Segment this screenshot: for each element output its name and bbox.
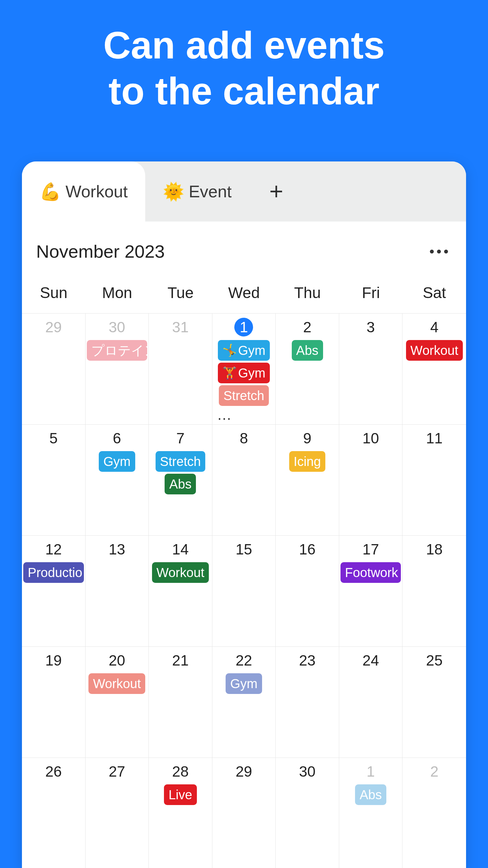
flex-icon: 💪 [39,182,61,202]
weekday-label: Fri [339,284,403,302]
day-number: 28 [150,761,211,782]
event-chip-label: Workout [157,566,204,579]
day-number: 14 [150,539,211,560]
event-chip[interactable]: Abs [165,474,196,494]
month-header: November 2023 [22,221,466,272]
hero-headline: Can add events to the calendar [0,0,488,114]
day-number: 16 [277,539,337,560]
calendar-cell[interactable]: 29 [22,313,86,424]
day-number: 4 [404,317,465,337]
calendar-cell[interactable]: 27 [86,757,149,868]
tab-event[interactable]: 🌞 Event [145,161,249,221]
tab-workout[interactable]: 💪 Workout [22,161,145,221]
calendar-cell[interactable]: 19 [22,647,86,757]
calendar-cell[interactable]: 29 [213,757,276,868]
day-number: 15 [214,539,274,560]
calendar-cell[interactable]: 7StretchAbs [149,424,213,535]
calendar-grid: 2930プロテイン311🤸Gym🏋️GymStretch…2Abs34Worko… [22,313,466,868]
more-menu-button[interactable] [430,250,452,253]
calendar-cell[interactable]: 2Abs [275,313,339,424]
event-chip[interactable]: Workout [406,340,463,361]
calendar-cell[interactable]: 5 [22,424,86,535]
calendar-cell[interactable]: 20Workout [86,647,149,757]
event-chip[interactable]: Productio [23,562,84,583]
calendar-cell[interactable]: 14Workout [149,535,213,647]
weekday-row: SunMonTueWedThuFriSat [22,272,466,313]
hero-line-2: to the calendar [0,68,488,114]
event-chip[interactable]: Gym [226,673,262,694]
event-chip-list: StretchAbs [150,451,211,494]
add-tab-button[interactable] [249,161,303,221]
calendar-cell[interactable]: 8 [213,424,276,535]
event-chip[interactable]: Workout [152,562,209,583]
calendar-cell[interactable]: 26 [22,757,86,868]
day-number: 9 [277,428,337,448]
calendar-cell[interactable]: 12Productio [22,535,86,647]
day-number: 27 [87,761,148,782]
tab-workout-label: Workout [66,182,128,201]
event-chip[interactable]: Gym [99,451,135,472]
calendar-cell[interactable]: 30 [275,757,339,868]
day-number: 24 [340,650,401,671]
event-chip[interactable]: Stretch [156,451,205,472]
calendar-cell[interactable]: 18 [402,535,466,647]
calendar-cell[interactable]: 24 [339,647,403,757]
day-number: 13 [87,539,148,560]
event-chip-label: Abs [360,788,382,801]
event-chip-list: 🤸Gym🏋️GymStretch… [214,340,274,422]
day-number: 2 [404,761,465,782]
weekday-label: Sun [22,284,86,302]
weekday-label: Sat [402,284,466,302]
calendar-cell[interactable]: 31 [149,313,213,424]
calendar-cell[interactable]: 6Gym [86,424,149,535]
event-chip[interactable]: Abs [292,340,323,361]
calendar-cell[interactable]: 2 [402,757,466,868]
day-number: 29 [214,761,274,782]
calendar-cell[interactable]: 1🤸Gym🏋️GymStretch… [213,313,276,424]
event-chip-list: Footwork [340,562,401,583]
day-number: 26 [23,761,84,782]
event-chip[interactable]: Icing [289,451,326,472]
calendar-cell[interactable]: 3 [339,313,403,424]
day-number: 17 [340,539,401,560]
calendar-cell[interactable]: 17Footwork [339,535,403,647]
event-chip[interactable]: Abs [355,784,386,805]
day-number: 8 [214,428,274,448]
calendar-cell[interactable]: 23 [275,647,339,757]
event-chip[interactable]: Workout [89,673,145,694]
calendar-cell[interactable]: 4Workout [402,313,466,424]
calendar-cell[interactable]: 9Icing [275,424,339,535]
event-chip-list: Gym [214,673,274,694]
event-chip[interactable]: 🤸Gym [218,340,270,361]
event-chip-list: Workout [404,340,465,361]
event-chip[interactable]: プロテイン [87,340,148,361]
sun-icon: 🌞 [163,182,184,202]
calendar-cell[interactable]: 22Gym [213,647,276,757]
event-chip[interactable]: Footwork [340,562,401,583]
event-emoji-icon: 🏋️ [222,367,237,379]
event-chip[interactable]: Live [164,784,197,805]
calendar-cell[interactable]: 15 [213,535,276,647]
day-number: 25 [404,650,465,671]
event-chip-list: Gym [87,451,148,472]
more-events-indicator[interactable]: … [214,407,232,422]
calendar-cell[interactable]: 11 [402,424,466,535]
calendar-cell[interactable]: 25 [402,647,466,757]
event-chip[interactable]: Stretch [219,385,269,406]
calendar-cell[interactable]: 16 [275,535,339,647]
calendar-cell[interactable]: 28Live [149,757,213,868]
day-number: 2 [277,317,337,337]
event-chip-label: Gym [238,344,265,357]
event-chip-label: Abs [169,477,191,491]
calendar-cell[interactable]: 30プロテイン [86,313,149,424]
day-number: 23 [277,650,337,671]
calendar-cell[interactable]: 13 [86,535,149,647]
event-chip-label: Footwork [345,566,398,579]
calendar-cell[interactable]: 21 [149,647,213,757]
day-number: 5 [23,428,84,448]
calendar-cell[interactable]: 1Abs [339,757,403,868]
event-chip[interactable]: 🏋️Gym [218,363,270,383]
calendar-cell[interactable]: 10 [339,424,403,535]
day-number: 12 [23,539,84,560]
hero-line-1: Can add events [0,23,488,68]
